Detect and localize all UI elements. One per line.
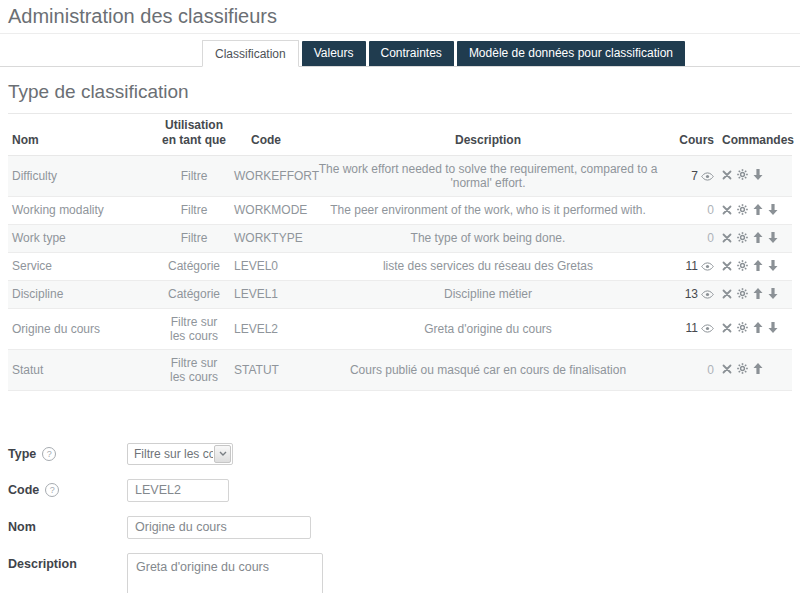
- moveup-icon[interactable]: [753, 288, 763, 302]
- delete-icon[interactable]: [722, 288, 732, 302]
- code-input[interactable]: [127, 479, 229, 502]
- eye-icon[interactable]: [701, 170, 714, 184]
- nom-label: Nom: [8, 520, 36, 534]
- cell-code: LEVEL2: [230, 308, 302, 349]
- cours-count: 0: [707, 203, 714, 217]
- tab-bar: Classification Valeurs Contraintes Modèl…: [0, 40, 800, 67]
- moveup-icon[interactable]: [753, 232, 763, 246]
- edit-form: Type ? Filtre sur les cours Code ? Nom D: [8, 443, 792, 593]
- eye-icon[interactable]: [701, 322, 714, 336]
- moveup-icon[interactable]: [753, 363, 763, 377]
- delete-icon[interactable]: [722, 232, 732, 246]
- settings-icon[interactable]: [737, 322, 748, 336]
- page-title: Administration des classifieurs: [8, 5, 792, 28]
- code-label: Code: [8, 483, 39, 497]
- cell-commandes: [718, 308, 792, 349]
- classification-table: Nom Utilisation en tant que Code Descrip…: [8, 113, 792, 391]
- help-icon[interactable]: ?: [42, 447, 56, 461]
- cell-code: WORKEFFORT: [230, 156, 302, 197]
- form-row-nom: Nom: [8, 516, 792, 539]
- page-header: Administration des classifieurs: [0, 0, 800, 34]
- settings-icon[interactable]: [737, 363, 748, 377]
- cell-code: WORKTYPE: [230, 224, 302, 252]
- movedown-icon[interactable]: [768, 288, 778, 302]
- header-description: Description: [302, 114, 674, 156]
- help-icon[interactable]: ?: [45, 483, 59, 497]
- description-textarea[interactable]: Greta d'origine du cours: [127, 553, 323, 593]
- tab-contraintes[interactable]: Contraintes: [369, 41, 454, 66]
- eye-icon[interactable]: [701, 260, 714, 274]
- cell-cours: 0: [674, 224, 718, 252]
- settings-icon[interactable]: [737, 232, 748, 246]
- cell-description: Greta d'origine du cours: [302, 308, 674, 349]
- cell-nom: Origine du cours: [8, 308, 158, 349]
- cours-count: 7: [691, 169, 698, 183]
- cell-description: liste des services du réseau des Gretas: [302, 252, 674, 280]
- tab-classification[interactable]: Classification: [202, 40, 299, 67]
- cell-code: LEVEL0: [230, 252, 302, 280]
- cell-utilisation: Filtre sur les cours: [158, 349, 230, 390]
- code-label-wrap: Code ?: [8, 479, 127, 497]
- cours-count: 13: [685, 287, 698, 301]
- delete-icon[interactable]: [722, 169, 732, 183]
- header-nom: Nom: [8, 114, 158, 156]
- cell-commandes: [718, 197, 792, 225]
- cell-cours: 13: [674, 280, 718, 308]
- form-row-code: Code ?: [8, 479, 792, 502]
- cell-utilisation: Catégorie: [158, 280, 230, 308]
- cell-cours: 11: [674, 308, 718, 349]
- settings-icon[interactable]: [737, 204, 748, 218]
- description-label-wrap: Description: [8, 553, 127, 571]
- cours-count: 11: [686, 259, 698, 273]
- cell-code: WORKMODE: [230, 197, 302, 225]
- settings-icon[interactable]: [737, 260, 748, 274]
- movedown-icon[interactable]: [768, 322, 778, 336]
- cell-description: Cours publié ou masqué car en cours de f…: [302, 349, 674, 390]
- chevron-down-icon: [214, 445, 231, 463]
- header-cours: Cours: [674, 114, 718, 156]
- cell-cours: 11: [674, 252, 718, 280]
- movedown-icon[interactable]: [768, 204, 778, 218]
- delete-icon[interactable]: [722, 204, 732, 218]
- moveup-icon[interactable]: [753, 260, 763, 274]
- form-row-type: Type ? Filtre sur les cours: [8, 443, 792, 465]
- cell-cours: 0: [674, 349, 718, 390]
- movedown-icon[interactable]: [768, 260, 778, 274]
- table-row: Work type Filtre WORKTYPE The type of wo…: [8, 224, 792, 252]
- header-utilisation: Utilisation en tant que: [158, 114, 230, 156]
- movedown-icon[interactable]: [768, 232, 778, 246]
- description-textarea-wrap: Greta d'origine du cours: [127, 553, 323, 593]
- cell-commandes: [718, 224, 792, 252]
- cell-description: The type of work being done.: [302, 224, 674, 252]
- delete-icon[interactable]: [722, 260, 732, 274]
- eye-icon[interactable]: [701, 288, 714, 302]
- type-select[interactable]: Filtre sur les cours: [127, 443, 233, 465]
- movedown-icon[interactable]: [753, 169, 763, 183]
- cell-commandes: [718, 280, 792, 308]
- cell-utilisation: Filtre sur les cours: [158, 308, 230, 349]
- settings-icon[interactable]: [737, 169, 748, 183]
- type-select-value: Filtre sur les cours: [128, 447, 213, 461]
- classification-table-body: Difficulty Filtre WORKEFFORT The work ef…: [8, 156, 792, 391]
- page: Administration des classifieurs Classifi…: [0, 0, 800, 593]
- tab-valeurs[interactable]: Valeurs: [302, 41, 366, 66]
- cell-code: LEVEL1: [230, 280, 302, 308]
- delete-icon[interactable]: [722, 363, 732, 377]
- cell-utilisation: Filtre: [158, 224, 230, 252]
- table-row: Origine du cours Filtre sur les cours LE…: [8, 308, 792, 349]
- moveup-icon[interactable]: [753, 322, 763, 336]
- cell-code: STATUT: [230, 349, 302, 390]
- section-heading: Type de classification: [8, 81, 792, 103]
- tab-modele-de-donnees[interactable]: Modèle de données pour classification: [457, 41, 685, 66]
- cours-count: 0: [707, 231, 714, 245]
- cell-cours: 0: [674, 197, 718, 225]
- nom-input[interactable]: [127, 516, 311, 539]
- settings-icon[interactable]: [737, 288, 748, 302]
- cell-nom: Discipline: [8, 280, 158, 308]
- moveup-icon[interactable]: [753, 204, 763, 218]
- header-commandes: Commandes: [718, 114, 792, 156]
- type-label: Type: [8, 447, 36, 461]
- delete-icon[interactable]: [722, 322, 732, 336]
- cell-utilisation: Catégorie: [158, 252, 230, 280]
- type-label-wrap: Type ?: [8, 443, 127, 461]
